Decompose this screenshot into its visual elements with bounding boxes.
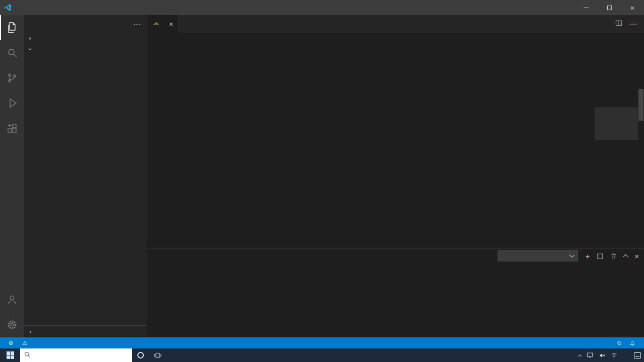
chevron-right-icon: › — [26, 328, 34, 335]
feedback-smiley-icon[interactable]: ☺ — [613, 339, 626, 346]
chevron-down-icon — [570, 253, 575, 258]
volume-icon[interactable] — [599, 352, 605, 358]
editor-scrollbar[interactable] — [638, 44, 644, 248]
chevron-down-icon: › — [27, 45, 34, 53]
maximize-button[interactable] — [598, 0, 621, 15]
tab-bar: JS × ⋯ — [147, 15, 644, 33]
minimap[interactable] — [595, 44, 638, 248]
minimize-button[interactable] — [575, 0, 598, 15]
settings-gear-icon[interactable] — [0, 312, 24, 337]
split-terminal-button[interactable] — [597, 253, 603, 259]
extensions-icon[interactable] — [0, 116, 24, 141]
outline-section[interactable]: › — [24, 325, 147, 337]
warnings-icon: ⚠ — [22, 340, 27, 346]
status-bar: ⊘ ⚠ ☺ — [0, 337, 644, 348]
js-file-icon: JS — [152, 22, 160, 26]
panel-actions: + × — [498, 250, 639, 261]
editor-area: JS × ⋯ — [147, 15, 644, 337]
new-terminal-button[interactable]: + — [585, 252, 590, 260]
close-tab-icon[interactable]: × — [169, 20, 173, 28]
action-center-icon[interactable] — [634, 352, 641, 358]
account-icon[interactable] — [0, 287, 24, 312]
hidden-icons-chevron[interactable] — [579, 353, 581, 357]
search-icon[interactable] — [0, 40, 24, 65]
close-button[interactable]: × — [621, 0, 644, 15]
problems-indicator[interactable]: ⊘ ⚠ — [5, 340, 34, 346]
cortana-button[interactable] — [132, 348, 149, 362]
monitor-icon[interactable] — [587, 352, 593, 358]
start-button[interactable] — [0, 348, 20, 362]
terminal-body[interactable] — [147, 263, 644, 337]
panel-header: + × — [147, 248, 644, 263]
network-wifi-icon[interactable] — [611, 352, 617, 358]
system-tray — [579, 352, 644, 358]
search-icon — [24, 351, 31, 360]
errors-icon: ⊘ — [9, 340, 13, 346]
editor-more-actions-icon[interactable]: ⋯ — [629, 20, 637, 29]
split-editor-icon[interactable] — [615, 20, 622, 28]
project-root[interactable]: › — [24, 44, 147, 55]
tab-app-js[interactable]: JS × — [147, 15, 179, 33]
bottom-panel: + × — [147, 248, 644, 337]
search-input[interactable] — [34, 352, 128, 359]
kill-terminal-button[interactable] — [610, 252, 617, 259]
sidebar-explorer: ⋯ › › › — [24, 15, 147, 337]
breadcrumb — [147, 33, 644, 44]
explorer-icon[interactable] — [0, 15, 24, 40]
terminal-picker[interactable] — [498, 250, 578, 261]
activity-bar — [0, 15, 24, 337]
run-debug-icon[interactable] — [0, 90, 24, 116]
taskbar-search[interactable] — [20, 348, 132, 362]
window-controls: × — [575, 0, 644, 15]
task-view-button[interactable] — [149, 348, 166, 362]
scrollbar-thumb[interactable] — [638, 89, 643, 121]
windows-logo-icon — [7, 351, 14, 359]
taskbar — [0, 348, 644, 362]
explorer-more-actions-icon[interactable]: ⋯ — [134, 20, 141, 28]
minimap-slider[interactable] — [595, 107, 638, 140]
open-editors-section[interactable]: › — [24, 33, 147, 44]
desktop: × ⋯ — [0, 0, 644, 362]
vscode-logo-icon — [0, 4, 15, 12]
code-editor[interactable] — [147, 44, 644, 248]
maximize-panel-button[interactable] — [624, 253, 627, 258]
close-panel-button[interactable]: × — [634, 252, 639, 260]
title-bar: × — [0, 0, 644, 15]
source-control-icon[interactable] — [0, 65, 24, 90]
notifications-bell-icon[interactable] — [626, 340, 639, 346]
chevron-right-icon: › — [26, 35, 34, 42]
